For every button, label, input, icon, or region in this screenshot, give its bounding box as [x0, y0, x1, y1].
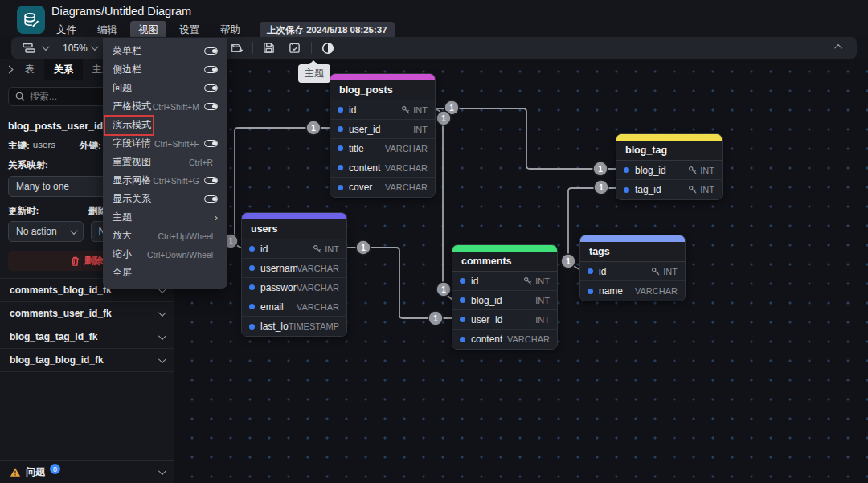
field-type: INT — [535, 296, 550, 305]
save-icon[interactable] — [263, 42, 276, 55]
view-menu-item-显示网格[interactable]: 显示网格Ctrl+Shift+G — [103, 171, 227, 190]
add-diagram-icon[interactable] — [230, 42, 243, 55]
tab-表[interactable]: 表 — [15, 59, 44, 80]
toolbar-separator — [311, 42, 312, 54]
table-field-row[interactable]: user_idINT — [452, 310, 557, 330]
mapping-label: 关系映射: — [8, 159, 48, 171]
toggle-on-icon[interactable] — [204, 140, 218, 147]
view-menu-item-菜单栏[interactable]: 菜单栏 — [103, 42, 227, 60]
table-field-row[interactable]: nameVARCHAR — [580, 281, 685, 301]
table-field-row[interactable]: idINT — [330, 100, 435, 120]
toggle-on-icon[interactable] — [204, 195, 218, 203]
field-dot-icon — [460, 297, 465, 303]
tabs-back-chevron-icon[interactable] — [6, 65, 14, 73]
toggle-on-icon[interactable] — [204, 177, 218, 184]
primary-key-label: 主键: — [8, 140, 30, 152]
toggle-on-icon[interactable] — [204, 84, 218, 92]
field-dot-icon — [249, 304, 255, 309]
top-header: Diagrams/Untitled Diagram 文件编辑视图设置帮助上次保存… — [0, 0, 868, 37]
field-name: user_id — [349, 124, 413, 135]
table-color-strip — [242, 213, 346, 219]
table-field-row[interactable]: tag_idINT — [616, 180, 722, 199]
view-menu-item-缩小[interactable]: 缩小Ctrl+Down/Wheel — [103, 245, 227, 264]
primary-key-value: users — [33, 140, 55, 152]
diagram-list-chevron-icon[interactable] — [42, 43, 50, 51]
table-users[interactable]: usersidINTusernameVARCHARpasswordVARCHAR… — [241, 212, 347, 337]
field-dot-icon — [338, 145, 343, 151]
toggle-on-icon[interactable] — [204, 103, 218, 110]
trash-icon — [71, 256, 80, 266]
table-field-row[interactable]: blog_idINT — [452, 291, 557, 310]
shortcut-label: Ctrl+Shift+F — [154, 139, 199, 149]
table-comments[interactable]: commentsidINTblog_idINTuser_idINTcontent… — [452, 244, 558, 350]
field-dot-icon — [624, 187, 629, 193]
toggle-on-icon[interactable] — [204, 66, 218, 73]
view-menu-item-严格模式[interactable]: 严格模式Ctrl+Shift+M — [103, 97, 227, 116]
issues-chevron-icon[interactable] — [158, 467, 166, 475]
field-name: tag_id — [635, 184, 688, 195]
field-type: VARCHAR — [297, 302, 339, 312]
table-field-row[interactable]: usernameVARCHAR — [242, 259, 346, 278]
relationship-list-item[interactable]: blog_tag_tag_id_fk — [0, 325, 174, 349]
shortcut-label: Ctrl+R — [189, 158, 213, 167]
field-dot-icon — [249, 246, 255, 252]
field-type: INT — [688, 166, 714, 175]
chevron-down-icon — [69, 227, 77, 235]
view-menu-item-全屏[interactable]: 全屏 — [103, 264, 227, 282]
view-menu-item-主题[interactable]: 主题› — [103, 208, 227, 227]
chevron-down-icon — [158, 309, 166, 317]
zoom-level[interactable]: 105% — [63, 43, 88, 54]
primary-key-icon — [313, 244, 322, 254]
field-type: VARCHAR — [507, 334, 550, 344]
on-update-select[interactable]: No action — [8, 221, 84, 242]
zoom-chevron-icon[interactable] — [91, 43, 99, 51]
table-field-row[interactable]: last_loginTIMESTAMP — [242, 317, 346, 336]
view-menu-item-放大[interactable]: 放大Ctrl+Up/Wheel — [103, 227, 227, 245]
table-tags[interactable]: tagsidINTnameVARCHAR — [579, 235, 686, 301]
theme-contrast-icon[interactable] — [321, 42, 334, 55]
table-field-row[interactable]: coverVARCHAR — [330, 178, 435, 197]
table-color-strip — [330, 74, 435, 80]
table-field-row[interactable]: titleVARCHAR — [330, 139, 435, 158]
tab-关系[interactable]: 关系 — [44, 59, 83, 80]
primary-key-icon — [688, 185, 698, 194]
table-field-row[interactable]: idINT — [242, 239, 346, 259]
field-dot-icon — [588, 289, 593, 294]
submenu-arrow-icon: › — [215, 211, 218, 223]
chevron-down-icon — [158, 355, 166, 363]
table-name: blog_posts — [330, 80, 435, 100]
table-field-row[interactable]: idINT — [452, 272, 557, 291]
toolbar-separator — [252, 42, 253, 54]
diagram-list-icon[interactable] — [23, 42, 35, 55]
table-field-row[interactable]: blog_idINT — [616, 161, 722, 180]
toggle-on-icon[interactable] — [204, 47, 218, 55]
view-menu-item-重置视图[interactable]: 重置视图Ctrl+R — [103, 153, 227, 171]
table-name: tags — [580, 242, 685, 262]
field-dot-icon — [338, 165, 343, 170]
table-field-row[interactable]: idINT — [580, 262, 685, 281]
todo-calendar-icon[interactable] — [289, 42, 301, 55]
field-name: blog_id — [471, 295, 535, 306]
toolbar-collapse-icon[interactable] — [834, 44, 842, 52]
issues-bar[interactable]: 问题 0 — [0, 460, 174, 483]
table-field-row[interactable]: contentVARCHAR — [330, 158, 435, 178]
view-menu-item-显示关系[interactable]: 显示关系 — [103, 190, 227, 208]
table-field-row[interactable]: user_idINT — [330, 120, 435, 139]
field-dot-icon — [338, 185, 343, 190]
field-dot-icon — [249, 265, 255, 271]
shortcut-label: Ctrl+Up/Wheel — [158, 231, 213, 241]
table-field-row[interactable]: passwordVARCHAR — [242, 278, 346, 297]
field-type: INT — [651, 267, 678, 276]
view-menu-item-字段详情[interactable]: 字段详情Ctrl+Shift+F — [103, 134, 227, 153]
table-blog_tag[interactable]: blog_tagblog_idINTtag_idINT — [616, 133, 723, 200]
relationship-list-item[interactable]: blog_tag_blog_id_fk — [0, 349, 174, 372]
relationship-list-item[interactable]: comments_user_id_fk — [0, 302, 174, 325]
table-field-row[interactable]: emailVARCHAR — [242, 297, 346, 317]
table-field-row[interactable]: contentVARCHAR — [452, 330, 557, 349]
table-blog_posts[interactable]: blog_postsidINTuser_idINTtitleVARCHARcon… — [330, 73, 436, 198]
view-menu-item-侧边栏[interactable]: 侧边栏 — [103, 60, 227, 79]
toolbar-separator — [51, 42, 51, 54]
view-menu-item-问题[interactable]: 问题 — [103, 79, 227, 97]
field-type: INT — [413, 125, 428, 134]
field-name: cover — [349, 182, 385, 193]
